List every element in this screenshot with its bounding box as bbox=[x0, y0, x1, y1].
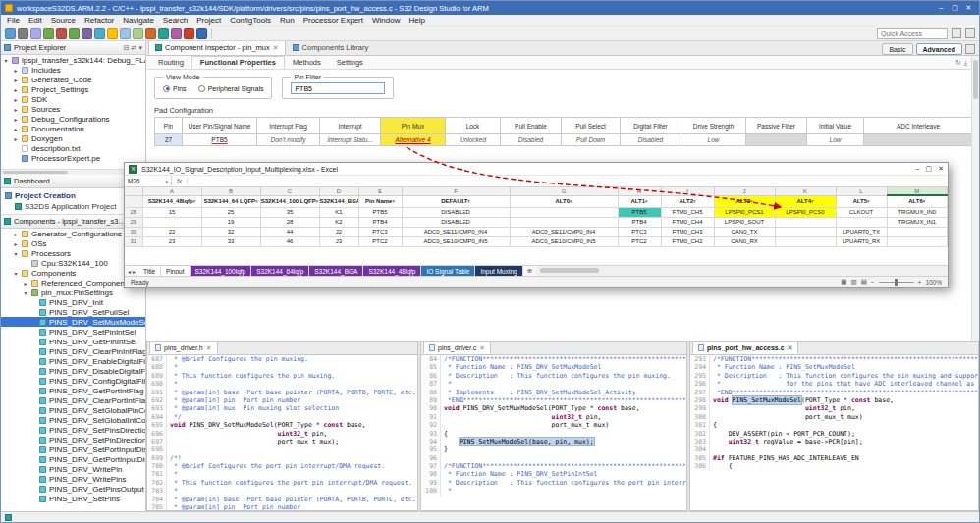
close-icon[interactable]: ✕ bbox=[206, 344, 212, 352]
excel-cell[interactable]: ADC0_SE10/CMP0_IN5 bbox=[510, 236, 618, 246]
excel-cell[interactable]: 35 bbox=[260, 207, 319, 217]
excel-cell[interactable]: FTM0_CH4 bbox=[661, 217, 714, 227]
new-icon[interactable] bbox=[5, 28, 16, 39]
minimize-icon[interactable]: – bbox=[916, 165, 920, 173]
excel-cell[interactable]: LPSPI0_SOUT bbox=[714, 217, 775, 227]
excel-cell[interactable]: 19 bbox=[201, 217, 260, 227]
inspector-tab[interactable]: Functional Properties bbox=[191, 56, 285, 69]
external-tools-icon[interactable] bbox=[158, 28, 169, 39]
tab-pins-driver-c[interactable]: pins_driver.c ✕ bbox=[423, 341, 491, 354]
expand-icon[interactable] bbox=[965, 44, 975, 54]
excel-cell[interactable]: 25 bbox=[201, 207, 260, 217]
profile-icon[interactable] bbox=[82, 28, 92, 39]
menu-item[interactable]: Edit bbox=[28, 16, 42, 25]
update-icon[interactable] bbox=[107, 28, 118, 39]
excel-cell[interactable]: TRGMUX_IN1 bbox=[887, 217, 948, 227]
excel-cell[interactable]: ADC0_SE10/CMP0_IN5 bbox=[402, 236, 510, 246]
excel-cell[interactable]: J2 bbox=[319, 227, 358, 236]
select-all-corner[interactable] bbox=[125, 187, 142, 195]
filter-icon[interactable]: ▾ bbox=[645, 198, 648, 204]
excel-cell[interactable]: 28 bbox=[260, 217, 319, 227]
excel-header-cell[interactable]: S32K144_48lqfp▾ bbox=[142, 195, 201, 207]
pad-table-cell[interactable]: PTB5 bbox=[183, 134, 257, 146]
pad-table-cell[interactable]: Don't modify bbox=[257, 134, 320, 146]
component-function-item[interactable]: PINS_DRV_WritePins bbox=[1, 474, 145, 484]
filter-icon[interactable]: ▾ bbox=[193, 198, 196, 204]
component-function-item[interactable]: PINS_DRV_GetPortInputDisable bbox=[1, 454, 145, 464]
tree-item[interactable]: description.txt bbox=[1, 143, 145, 153]
cell-name-box[interactable]: M26 bbox=[128, 178, 140, 184]
inspector-tab[interactable]: Settings bbox=[329, 56, 371, 69]
excel-cell[interactable]: LPSPI0_PCS0 bbox=[775, 207, 836, 217]
basic-button[interactable]: Basic bbox=[882, 43, 912, 55]
excel-cell[interactable]: FTM0_CH3 bbox=[661, 227, 714, 236]
inspector-tab[interactable]: Routing bbox=[150, 56, 191, 69]
column-letter[interactable]: M bbox=[887, 187, 948, 195]
row-number[interactable]: 28 bbox=[125, 207, 142, 217]
tree-item[interactable]: ▸ SDK bbox=[1, 94, 145, 104]
pad-table-header-cell[interactable]: Initial Value bbox=[807, 118, 864, 134]
excel-cell[interactable]: PTB4 bbox=[358, 217, 402, 227]
excel-header-cell[interactable]: DEFAULT▾ bbox=[402, 195, 510, 207]
pin-filter-input[interactable] bbox=[291, 82, 385, 94]
menu-item[interactable]: Refactor bbox=[84, 16, 114, 25]
tree-item[interactable]: ▸ Generated_Code bbox=[1, 75, 145, 84]
pad-table-cell[interactable]: Disabled bbox=[621, 134, 681, 146]
column-letter[interactable]: A bbox=[142, 187, 201, 195]
component-function-item[interactable]: PINS_DRV_DisableDigitalFilter bbox=[1, 366, 145, 376]
export-icon[interactable]: ⤓ bbox=[964, 59, 967, 67]
add-sheet-icon[interactable]: ⊕ bbox=[523, 266, 536, 276]
excel-header-cell[interactable]: S32K144_64 LQFP▾ bbox=[201, 195, 260, 207]
excel-cell[interactable]: K1 bbox=[319, 207, 358, 217]
filter-icon[interactable]: ▾ bbox=[867, 198, 870, 204]
normal-view-icon[interactable]: ▦ bbox=[841, 278, 846, 286]
component-function-item[interactable]: PINS_DRV_SetPinIntSel bbox=[1, 327, 145, 337]
excel-cell[interactable] bbox=[510, 217, 618, 227]
pad-table-header-cell[interactable]: Pin Mux bbox=[381, 118, 446, 134]
refresh-icon[interactable]: ↻ bbox=[955, 59, 961, 67]
excel-cell[interactable] bbox=[775, 227, 836, 236]
pad-table-cell[interactable]: Pull Down bbox=[562, 134, 621, 146]
excel-cell[interactable]: CLKOUT bbox=[836, 207, 887, 217]
pad-table-data-row[interactable]: 27PTB5Don't modifyInterrupt Statu...Alte… bbox=[155, 134, 973, 146]
debug-icon[interactable] bbox=[56, 28, 67, 39]
excel-horizontal-scrollbar[interactable] bbox=[536, 266, 948, 276]
excel-header-cell[interactable]: Pin Name▾ bbox=[358, 195, 402, 207]
excel-cell[interactable]: 44 bbox=[260, 227, 319, 236]
filter-icon[interactable]: ▾ bbox=[811, 198, 814, 204]
pad-table-header-cell[interactable]: Drive Strength bbox=[681, 118, 746, 134]
menu-item[interactable]: Search bbox=[163, 16, 188, 25]
menu-item[interactable]: ConfigTools bbox=[230, 16, 271, 25]
menu-item[interactable]: Run bbox=[280, 16, 295, 25]
excel-header-cell[interactable]: S32K144_BGA▾ bbox=[319, 195, 358, 207]
filter-icon[interactable]: ▾ bbox=[923, 198, 926, 204]
excel-cell[interactable]: ADC0_SE11/CMP0_IN4 bbox=[510, 227, 618, 236]
filter-icon[interactable]: ▾ bbox=[750, 198, 753, 204]
sheet-prev-icon[interactable]: ◂ bbox=[128, 268, 131, 275]
tree-item[interactable]: ▸ Includes bbox=[1, 65, 145, 75]
excel-cell[interactable]: CAN0_RX bbox=[714, 236, 775, 246]
back-icon[interactable] bbox=[184, 28, 194, 39]
close-icon[interactable]: ✕ bbox=[938, 165, 944, 173]
excel-cell[interactable]: 32 bbox=[201, 227, 260, 236]
component-function-item[interactable]: PINS_DRV_Init bbox=[1, 297, 145, 307]
pad-table-cell[interactable]: Interrupt Statu... bbox=[320, 134, 381, 146]
zoom-out-icon[interactable]: − bbox=[871, 279, 875, 286]
zoom-level[interactable]: 100% bbox=[925, 279, 942, 286]
excel-cell[interactable]: 23 bbox=[142, 236, 201, 246]
annotation-icon[interactable] bbox=[171, 28, 182, 39]
pad-table-cell[interactable] bbox=[864, 134, 973, 146]
row-number[interactable] bbox=[125, 195, 142, 207]
row-number[interactable]: 29 bbox=[125, 217, 142, 227]
sheet-tab[interactable]: S32K144_100lqfp bbox=[191, 266, 252, 276]
component-function-item[interactable]: PINS_DRV_GetPinIntSel bbox=[1, 337, 145, 346]
excel-cell[interactable] bbox=[775, 217, 836, 227]
pad-table-cell[interactable]: 27 bbox=[155, 134, 183, 146]
excel-header-cell[interactable]: ALT6▾ bbox=[887, 195, 948, 207]
code-view[interactable]: 293/*FUNCTION***************************… bbox=[690, 355, 978, 510]
column-letter[interactable]: B bbox=[201, 187, 260, 195]
filter-icon[interactable]: ▾ bbox=[316, 198, 319, 204]
close-icon[interactable]: ✕ bbox=[962, 4, 975, 12]
pad-table-header-cell[interactable]: Interrupt bbox=[320, 118, 381, 134]
filter-icon[interactable]: ▾ bbox=[693, 198, 696, 204]
